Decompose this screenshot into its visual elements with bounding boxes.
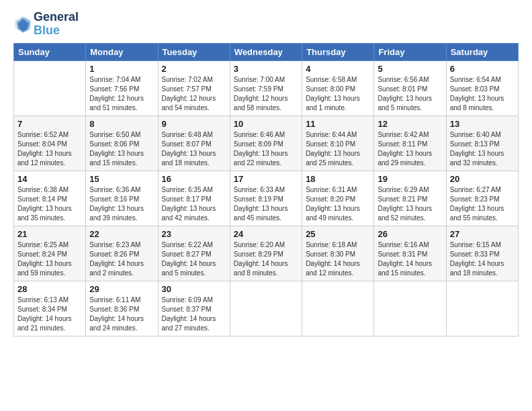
cell-content: Sunrise: 6:58 AM Sunset: 8:00 PM Dayligh…	[306, 75, 370, 113]
calendar-cell: 13Sunrise: 6:40 AM Sunset: 8:13 PM Dayli…	[446, 116, 518, 171]
calendar-cell: 6Sunrise: 6:54 AM Sunset: 8:03 PM Daylig…	[446, 60, 518, 116]
col-header-saturday: Saturday	[446, 43, 518, 60]
cell-content: Sunrise: 6:09 AM Sunset: 8:37 PM Dayligh…	[162, 295, 226, 333]
calendar-cell: 8Sunrise: 6:50 AM Sunset: 8:06 PM Daylig…	[86, 116, 158, 171]
day-number: 7	[17, 119, 82, 129]
calendar-body: 1Sunrise: 7:04 AM Sunset: 7:56 PM Daylig…	[14, 60, 519, 336]
calendar-cell: 21Sunrise: 6:25 AM Sunset: 8:24 PM Dayli…	[14, 226, 86, 281]
calendar-cell: 22Sunrise: 6:23 AM Sunset: 8:26 PM Dayli…	[86, 226, 158, 281]
calendar-cell: 19Sunrise: 6:29 AM Sunset: 8:21 PM Dayli…	[374, 171, 446, 226]
calendar-cell	[374, 281, 446, 336]
cell-content: Sunrise: 6:42 AM Sunset: 8:11 PM Dayligh…	[378, 130, 442, 168]
page: General Blue SundayMondayTuesdayWednesda…	[0, 0, 532, 343]
cell-content: Sunrise: 6:31 AM Sunset: 8:20 PM Dayligh…	[306, 185, 370, 223]
day-number: 13	[450, 119, 515, 129]
day-number: 21	[17, 229, 82, 239]
logo-icon	[13, 15, 32, 34]
day-number: 25	[306, 229, 370, 239]
calendar-cell: 20Sunrise: 6:27 AM Sunset: 8:23 PM Dayli…	[446, 171, 518, 226]
cell-content: Sunrise: 6:38 AM Sunset: 8:14 PM Dayligh…	[17, 185, 82, 223]
day-number: 5	[378, 64, 442, 74]
cell-content: Sunrise: 6:48 AM Sunset: 8:07 PM Dayligh…	[162, 130, 226, 168]
logo: General Blue	[13, 11, 79, 38]
cell-content: Sunrise: 6:13 AM Sunset: 8:34 PM Dayligh…	[17, 295, 82, 333]
cell-content: Sunrise: 6:46 AM Sunset: 8:09 PM Dayligh…	[234, 130, 298, 168]
week-row-3: 14Sunrise: 6:38 AM Sunset: 8:14 PM Dayli…	[14, 171, 519, 226]
col-header-tuesday: Tuesday	[158, 43, 230, 60]
cell-content: Sunrise: 6:50 AM Sunset: 8:06 PM Dayligh…	[89, 130, 154, 168]
day-number: 30	[162, 284, 226, 294]
calendar-cell: 9Sunrise: 6:48 AM Sunset: 8:07 PM Daylig…	[158, 116, 230, 171]
week-row-4: 21Sunrise: 6:25 AM Sunset: 8:24 PM Dayli…	[14, 226, 519, 281]
week-row-2: 7Sunrise: 6:52 AM Sunset: 8:04 PM Daylig…	[14, 116, 519, 171]
cell-content: Sunrise: 6:25 AM Sunset: 8:24 PM Dayligh…	[17, 240, 82, 278]
day-number: 22	[89, 229, 154, 239]
day-number: 3	[234, 64, 298, 74]
calendar-cell: 17Sunrise: 6:33 AM Sunset: 8:19 PM Dayli…	[230, 171, 302, 226]
calendar-cell: 23Sunrise: 6:22 AM Sunset: 8:27 PM Dayli…	[158, 226, 230, 281]
week-row-1: 1Sunrise: 7:04 AM Sunset: 7:56 PM Daylig…	[14, 60, 519, 116]
cell-content: Sunrise: 6:22 AM Sunset: 8:27 PM Dayligh…	[162, 240, 226, 278]
cell-content: Sunrise: 6:35 AM Sunset: 8:17 PM Dayligh…	[162, 185, 226, 223]
cell-content: Sunrise: 6:56 AM Sunset: 8:01 PM Dayligh…	[378, 75, 442, 113]
calendar-cell: 30Sunrise: 6:09 AM Sunset: 8:37 PM Dayli…	[158, 281, 230, 336]
day-number: 9	[162, 119, 226, 129]
day-number: 26	[378, 229, 442, 239]
calendar-cell: 29Sunrise: 6:11 AM Sunset: 8:36 PM Dayli…	[86, 281, 158, 336]
day-number: 18	[306, 174, 370, 184]
col-header-sunday: Sunday	[14, 43, 86, 60]
logo-text: General Blue	[34, 11, 79, 38]
cell-content: Sunrise: 7:00 AM Sunset: 7:59 PM Dayligh…	[234, 75, 298, 113]
calendar-cell: 16Sunrise: 6:35 AM Sunset: 8:17 PM Dayli…	[158, 171, 230, 226]
calendar-cell: 3Sunrise: 7:00 AM Sunset: 7:59 PM Daylig…	[230, 60, 302, 116]
calendar-cell: 4Sunrise: 6:58 AM Sunset: 8:00 PM Daylig…	[302, 60, 374, 116]
col-header-wednesday: Wednesday	[230, 43, 302, 60]
cell-content: Sunrise: 6:52 AM Sunset: 8:04 PM Dayligh…	[17, 130, 82, 168]
col-header-monday: Monday	[86, 43, 158, 60]
day-number: 11	[306, 119, 370, 129]
calendar-cell: 24Sunrise: 6:20 AM Sunset: 8:29 PM Dayli…	[230, 226, 302, 281]
calendar-cell: 27Sunrise: 6:15 AM Sunset: 8:33 PM Dayli…	[446, 226, 518, 281]
cell-content: Sunrise: 6:20 AM Sunset: 8:29 PM Dayligh…	[234, 240, 298, 278]
day-number: 24	[234, 229, 298, 239]
calendar-cell: 18Sunrise: 6:31 AM Sunset: 8:20 PM Dayli…	[302, 171, 374, 226]
day-number: 16	[162, 174, 226, 184]
day-number: 12	[378, 119, 442, 129]
calendar-cell: 5Sunrise: 6:56 AM Sunset: 8:01 PM Daylig…	[374, 60, 446, 116]
calendar-cell	[14, 60, 86, 116]
cell-content: Sunrise: 6:27 AM Sunset: 8:23 PM Dayligh…	[450, 185, 515, 223]
day-number: 27	[450, 229, 515, 239]
day-number: 6	[450, 64, 515, 74]
calendar-cell: 11Sunrise: 6:44 AM Sunset: 8:10 PM Dayli…	[302, 116, 374, 171]
calendar-cell: 12Sunrise: 6:42 AM Sunset: 8:11 PM Dayli…	[374, 116, 446, 171]
calendar-cell: 1Sunrise: 7:04 AM Sunset: 7:56 PM Daylig…	[86, 60, 158, 116]
cell-content: Sunrise: 6:18 AM Sunset: 8:30 PM Dayligh…	[306, 240, 370, 278]
calendar-cell: 14Sunrise: 6:38 AM Sunset: 8:14 PM Dayli…	[14, 171, 86, 226]
cell-content: Sunrise: 6:23 AM Sunset: 8:26 PM Dayligh…	[89, 240, 154, 278]
calendar-table: SundayMondayTuesdayWednesdayThursdayFrid…	[13, 43, 519, 336]
header: General Blue	[13, 11, 519, 38]
day-number: 10	[234, 119, 298, 129]
calendar-cell	[446, 281, 518, 336]
day-number: 1	[89, 64, 154, 74]
calendar-cell: 10Sunrise: 6:46 AM Sunset: 8:09 PM Dayli…	[230, 116, 302, 171]
col-header-friday: Friday	[374, 43, 446, 60]
cell-content: Sunrise: 6:54 AM Sunset: 8:03 PM Dayligh…	[450, 75, 515, 113]
week-row-5: 28Sunrise: 6:13 AM Sunset: 8:34 PM Dayli…	[14, 281, 519, 336]
day-number: 8	[89, 119, 154, 129]
cell-content: Sunrise: 6:40 AM Sunset: 8:13 PM Dayligh…	[450, 130, 515, 168]
calendar-cell	[302, 281, 374, 336]
cell-content: Sunrise: 6:33 AM Sunset: 8:19 PM Dayligh…	[234, 185, 298, 223]
day-number: 28	[17, 284, 82, 294]
cell-content: Sunrise: 6:15 AM Sunset: 8:33 PM Dayligh…	[450, 240, 515, 278]
day-number: 17	[234, 174, 298, 184]
cell-content: Sunrise: 6:11 AM Sunset: 8:36 PM Dayligh…	[89, 295, 154, 333]
col-header-thursday: Thursday	[302, 43, 374, 60]
cell-content: Sunrise: 6:44 AM Sunset: 8:10 PM Dayligh…	[306, 130, 370, 168]
column-headers-row: SundayMondayTuesdayWednesdayThursdayFrid…	[14, 43, 519, 60]
day-number: 2	[162, 64, 226, 74]
calendar-cell: 28Sunrise: 6:13 AM Sunset: 8:34 PM Dayli…	[14, 281, 86, 336]
day-number: 14	[17, 174, 82, 184]
calendar-cell: 2Sunrise: 7:02 AM Sunset: 7:57 PM Daylig…	[158, 60, 230, 116]
calendar-cell: 26Sunrise: 6:16 AM Sunset: 8:31 PM Dayli…	[374, 226, 446, 281]
